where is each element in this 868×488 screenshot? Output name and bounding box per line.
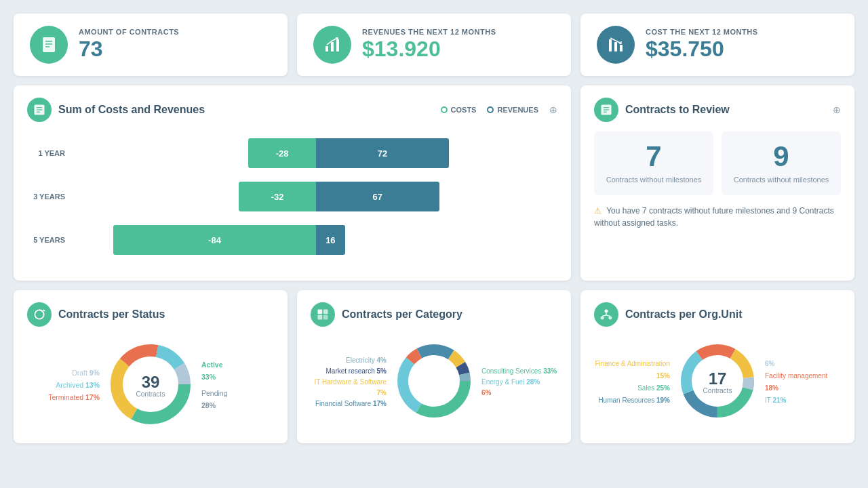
kpi-revenues-label: REVENUES THE NEXT 12 MONTHS [362,28,496,36]
bar-label-3years: 3 YEARS [27,192,75,201]
category-icon [311,302,335,327]
category-header: Contracts per Category [311,302,557,327]
active-legend: Active [201,359,274,371]
category-legend-left: Electricity 4% Market research 5% IT Har… [311,355,387,409]
electricity-legend: Electricity 4% [311,355,387,366]
costs-revenues-title: Sum of Costs and Revenues [58,104,434,116]
review-header: Contracts to Review ⊕ [594,98,841,122]
review-box-9: 9 Contracts without milestones [722,131,841,195]
revenues-legend: REVENUES [487,106,538,114]
status-header: Contracts per Status [27,302,274,327]
svg-point-37 [608,317,612,320]
status-legend-right: Active 33% Pending 28% [201,359,274,411]
svg-rect-6 [336,39,339,52]
svg-point-36 [601,317,604,320]
contracts-category-card: Contracts per Category Electricity 4% Ma… [297,290,571,443]
kpi-contracts-label: AMOUNT OF CONTRACTS [79,28,179,36]
svg-point-35 [605,310,608,313]
costs-legend-label: COSTS [451,106,477,114]
bar-row-1year: 1 YEAR -28 72 [27,138,557,168]
dashboard: AMOUNT OF CONTRACTS 73 REVENUES THE NEXT… [14,14,854,443]
status-donut: 39 Contracts [106,340,195,431]
contracts-org-card: Contracts per Org.Unit Finance & Adminis… [580,290,854,443]
warning-text: ⚠ You have 7 contracts without future mi… [594,205,841,229]
status-donut-center: 39 Contracts [136,374,165,398]
bar-pos-1year: 72 [316,138,449,168]
review-sub-7: Contracts without milestones [605,175,703,184]
svg-line-39 [602,315,606,317]
costs-revenues-card: Sum of Costs and Revenues COSTS REVENUES… [14,85,571,281]
it-hardware-legend: IT Hardware & Software 7% [311,377,387,399]
bar-label-1year: 1 YEAR [27,149,75,157]
svg-rect-7 [609,39,612,52]
org-icon [594,302,618,327]
facility-legend: Facility management 18% [765,370,841,394]
review-crosshair-icon[interactable]: ⊕ [833,104,841,115]
six-pct-org-legend: 6% [765,358,841,370]
contracts-status-card: Contracts per Status Draft 9% Archived 1… [14,290,288,443]
contracts-review-card: Contracts to Review ⊕ 7 Contracts withou… [580,85,854,281]
svg-rect-4 [326,46,328,52]
org-header: Contracts per Org.Unit [594,302,841,327]
bar-neg-1year: -28 [248,138,316,168]
category-title: Contracts per Category [342,308,557,321]
bar-pos-5years: 16 [316,225,345,255]
review-boxes: 7 Contracts without milestones 9 Contrac… [594,131,841,195]
status-legend-left: Draft 9% Archived 13% Terminated 17% [27,367,100,404]
kpi-revenues: REVENUES THE NEXT 12 MONTHS $13.920 [297,14,571,76]
consulting-legend: Consulting Services 33% [481,366,557,377]
svg-rect-8 [614,42,617,52]
svg-rect-5 [331,42,334,52]
svg-rect-26 [318,315,323,320]
org-donut-section: Finance & Administration 15% Sales 25% H… [594,336,841,424]
kpi-costs: COST THE NEXT 12 MONTHS $35.750 [580,14,854,76]
status-donut-section: Draft 9% Archived 13% Terminated 17% [27,336,274,431]
costs-revenues-actions: COSTS REVENUES ⊕ [441,104,557,115]
costs-revenues-icon [27,98,52,122]
draft-legend: Draft 9% [27,367,100,380]
bar-neg-5years: -84 [113,225,316,255]
review-box-7: 7 Contracts without milestones [594,131,713,195]
org-title: Contracts per Org.Unit [625,308,841,321]
energy-fuel-legend: Energy & Fuel 28% [481,377,557,388]
org-legend-right: 6% Facility management 18% IT 21% [765,358,841,407]
svg-rect-24 [318,310,323,314]
revenues-legend-dot [487,106,494,113]
bar-container-3years: -32 67 [75,182,557,211]
org-donut-num: 17 [703,371,732,387]
status-donut-num: 39 [136,374,165,390]
kpi-contracts-value: 73 [79,37,179,61]
archived-legend: Archived 13% [27,380,100,392]
category-donut-section: Electricity 4% Market research 5% IT Har… [311,336,557,424]
crosshair-icon[interactable]: ⊕ [549,104,557,115]
warning-icon: ⚠ [594,206,601,216]
bar-container-5years: -84 16 [75,225,557,255]
market-research-legend: Market research 5% [311,366,387,377]
hr-legend: Human Resources 19% [594,394,670,407]
pending-legend: Pending [201,388,274,400]
pending-pct-legend: 28% [201,400,274,412]
category-legend-right: Consulting Services 33% Energy & Fuel 28… [481,366,557,399]
sales-legend: Sales 25% [594,382,670,394]
revenues-legend-label: REVENUES [497,106,538,114]
active-pct-legend: 33% [201,371,274,384]
status-donut-label: Contracts [136,390,165,398]
org-legend-left: Finance & Administration 15% Sales 25% H… [594,358,670,407]
bar-neg-3years: -32 [239,182,316,211]
it-org-legend: IT 21% [765,394,841,407]
review-sub-9: Contracts without milestones [732,175,830,184]
org-donut-label: Contracts [703,387,732,394]
kpi-revenues-value: $13.920 [362,37,496,61]
kpi-costs-label: COST THE NEXT 12 MONTHS [646,28,758,36]
review-title: Contracts to Review [625,104,826,116]
status-icon [27,302,52,327]
contracts-icon [30,26,68,64]
category-donut [393,340,475,424]
org-donut: 17 Contracts [677,340,758,424]
review-num-9: 9 [732,142,830,171]
bar-row-5years: 5 YEARS -84 16 [27,225,557,255]
svg-rect-27 [323,315,328,320]
costs-icon [597,26,635,64]
financial-software-legend: Financial Software 17% [311,399,387,409]
revenues-icon [313,26,351,64]
